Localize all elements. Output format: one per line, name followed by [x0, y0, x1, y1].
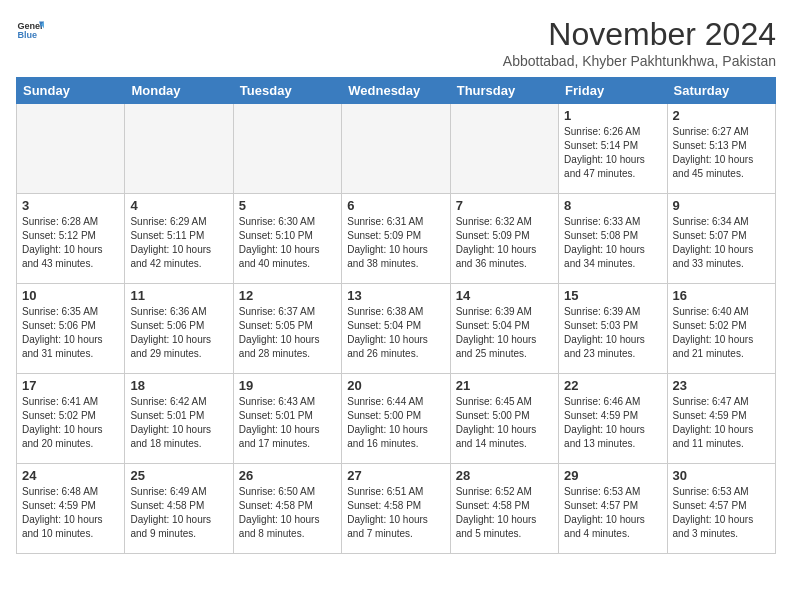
day-info: Sunrise: 6:44 AM Sunset: 5:00 PM Dayligh… — [347, 395, 444, 451]
day-info: Sunrise: 6:30 AM Sunset: 5:10 PM Dayligh… — [239, 215, 336, 271]
calendar-day-cell: 18Sunrise: 6:42 AM Sunset: 5:01 PM Dayli… — [125, 374, 233, 464]
month-title: November 2024 — [503, 16, 776, 53]
calendar-day-cell: 26Sunrise: 6:50 AM Sunset: 4:58 PM Dayli… — [233, 464, 341, 554]
day-info: Sunrise: 6:38 AM Sunset: 5:04 PM Dayligh… — [347, 305, 444, 361]
day-number: 24 — [22, 468, 119, 483]
title-block: November 2024 Abbottabad, Khyber Pakhtun… — [503, 16, 776, 69]
day-number: 5 — [239, 198, 336, 213]
day-info: Sunrise: 6:51 AM Sunset: 4:58 PM Dayligh… — [347, 485, 444, 541]
day-number: 6 — [347, 198, 444, 213]
calendar-day-header: Saturday — [667, 78, 775, 104]
calendar-day-cell: 19Sunrise: 6:43 AM Sunset: 5:01 PM Dayli… — [233, 374, 341, 464]
calendar-day-cell: 10Sunrise: 6:35 AM Sunset: 5:06 PM Dayli… — [17, 284, 125, 374]
calendar-day-cell: 3Sunrise: 6:28 AM Sunset: 5:12 PM Daylig… — [17, 194, 125, 284]
calendar-day-cell: 13Sunrise: 6:38 AM Sunset: 5:04 PM Dayli… — [342, 284, 450, 374]
day-number: 23 — [673, 378, 770, 393]
calendar-header-row: SundayMondayTuesdayWednesdayThursdayFrid… — [17, 78, 776, 104]
day-number: 13 — [347, 288, 444, 303]
calendar-day-cell: 17Sunrise: 6:41 AM Sunset: 5:02 PM Dayli… — [17, 374, 125, 464]
day-info: Sunrise: 6:40 AM Sunset: 5:02 PM Dayligh… — [673, 305, 770, 361]
calendar-week-row: 24Sunrise: 6:48 AM Sunset: 4:59 PM Dayli… — [17, 464, 776, 554]
day-info: Sunrise: 6:31 AM Sunset: 5:09 PM Dayligh… — [347, 215, 444, 271]
day-number: 25 — [130, 468, 227, 483]
day-number: 22 — [564, 378, 661, 393]
day-info: Sunrise: 6:29 AM Sunset: 5:11 PM Dayligh… — [130, 215, 227, 271]
day-info: Sunrise: 6:45 AM Sunset: 5:00 PM Dayligh… — [456, 395, 553, 451]
day-info: Sunrise: 6:28 AM Sunset: 5:12 PM Dayligh… — [22, 215, 119, 271]
calendar-day-header: Thursday — [450, 78, 558, 104]
day-info: Sunrise: 6:36 AM Sunset: 5:06 PM Dayligh… — [130, 305, 227, 361]
day-info: Sunrise: 6:49 AM Sunset: 4:58 PM Dayligh… — [130, 485, 227, 541]
page-header: General Blue November 2024 Abbottabad, K… — [16, 16, 776, 69]
calendar-day-header: Sunday — [17, 78, 125, 104]
day-number: 4 — [130, 198, 227, 213]
day-number: 18 — [130, 378, 227, 393]
calendar-day-cell — [450, 104, 558, 194]
calendar-day-header: Tuesday — [233, 78, 341, 104]
calendar-day-cell: 21Sunrise: 6:45 AM Sunset: 5:00 PM Dayli… — [450, 374, 558, 464]
day-number: 30 — [673, 468, 770, 483]
day-info: Sunrise: 6:32 AM Sunset: 5:09 PM Dayligh… — [456, 215, 553, 271]
calendar-week-row: 3Sunrise: 6:28 AM Sunset: 5:12 PM Daylig… — [17, 194, 776, 284]
day-info: Sunrise: 6:27 AM Sunset: 5:13 PM Dayligh… — [673, 125, 770, 181]
calendar-day-cell: 8Sunrise: 6:33 AM Sunset: 5:08 PM Daylig… — [559, 194, 667, 284]
calendar-day-cell: 27Sunrise: 6:51 AM Sunset: 4:58 PM Dayli… — [342, 464, 450, 554]
day-number: 2 — [673, 108, 770, 123]
svg-text:Blue: Blue — [17, 30, 37, 40]
calendar-day-cell: 29Sunrise: 6:53 AM Sunset: 4:57 PM Dayli… — [559, 464, 667, 554]
day-number: 8 — [564, 198, 661, 213]
calendar-week-row: 10Sunrise: 6:35 AM Sunset: 5:06 PM Dayli… — [17, 284, 776, 374]
calendar-day-cell: 7Sunrise: 6:32 AM Sunset: 5:09 PM Daylig… — [450, 194, 558, 284]
day-number: 21 — [456, 378, 553, 393]
calendar-day-header: Friday — [559, 78, 667, 104]
calendar-day-cell — [17, 104, 125, 194]
day-info: Sunrise: 6:41 AM Sunset: 5:02 PM Dayligh… — [22, 395, 119, 451]
calendar-day-cell: 6Sunrise: 6:31 AM Sunset: 5:09 PM Daylig… — [342, 194, 450, 284]
day-info: Sunrise: 6:42 AM Sunset: 5:01 PM Dayligh… — [130, 395, 227, 451]
day-number: 27 — [347, 468, 444, 483]
calendar-day-cell: 30Sunrise: 6:53 AM Sunset: 4:57 PM Dayli… — [667, 464, 775, 554]
day-number: 26 — [239, 468, 336, 483]
day-number: 15 — [564, 288, 661, 303]
calendar-day-cell: 28Sunrise: 6:52 AM Sunset: 4:58 PM Dayli… — [450, 464, 558, 554]
day-info: Sunrise: 6:37 AM Sunset: 5:05 PM Dayligh… — [239, 305, 336, 361]
day-number: 17 — [22, 378, 119, 393]
calendar-day-cell: 16Sunrise: 6:40 AM Sunset: 5:02 PM Dayli… — [667, 284, 775, 374]
calendar-table: SundayMondayTuesdayWednesdayThursdayFrid… — [16, 77, 776, 554]
day-info: Sunrise: 6:53 AM Sunset: 4:57 PM Dayligh… — [673, 485, 770, 541]
day-number: 1 — [564, 108, 661, 123]
calendar-day-cell: 9Sunrise: 6:34 AM Sunset: 5:07 PM Daylig… — [667, 194, 775, 284]
calendar-day-cell — [233, 104, 341, 194]
calendar-day-cell: 25Sunrise: 6:49 AM Sunset: 4:58 PM Dayli… — [125, 464, 233, 554]
day-info: Sunrise: 6:34 AM Sunset: 5:07 PM Dayligh… — [673, 215, 770, 271]
calendar-day-header: Wednesday — [342, 78, 450, 104]
day-number: 12 — [239, 288, 336, 303]
calendar-day-cell: 4Sunrise: 6:29 AM Sunset: 5:11 PM Daylig… — [125, 194, 233, 284]
day-info: Sunrise: 6:48 AM Sunset: 4:59 PM Dayligh… — [22, 485, 119, 541]
day-number: 10 — [22, 288, 119, 303]
day-info: Sunrise: 6:35 AM Sunset: 5:06 PM Dayligh… — [22, 305, 119, 361]
day-info: Sunrise: 6:53 AM Sunset: 4:57 PM Dayligh… — [564, 485, 661, 541]
calendar-week-row: 1Sunrise: 6:26 AM Sunset: 5:14 PM Daylig… — [17, 104, 776, 194]
calendar-day-cell: 5Sunrise: 6:30 AM Sunset: 5:10 PM Daylig… — [233, 194, 341, 284]
day-number: 9 — [673, 198, 770, 213]
day-number: 7 — [456, 198, 553, 213]
day-number: 19 — [239, 378, 336, 393]
day-number: 16 — [673, 288, 770, 303]
day-info: Sunrise: 6:39 AM Sunset: 5:03 PM Dayligh… — [564, 305, 661, 361]
day-info: Sunrise: 6:47 AM Sunset: 4:59 PM Dayligh… — [673, 395, 770, 451]
calendar-day-cell: 24Sunrise: 6:48 AM Sunset: 4:59 PM Dayli… — [17, 464, 125, 554]
calendar-day-header: Monday — [125, 78, 233, 104]
day-info: Sunrise: 6:43 AM Sunset: 5:01 PM Dayligh… — [239, 395, 336, 451]
day-info: Sunrise: 6:52 AM Sunset: 4:58 PM Dayligh… — [456, 485, 553, 541]
calendar-day-cell — [125, 104, 233, 194]
calendar-day-cell: 11Sunrise: 6:36 AM Sunset: 5:06 PM Dayli… — [125, 284, 233, 374]
calendar-day-cell: 20Sunrise: 6:44 AM Sunset: 5:00 PM Dayli… — [342, 374, 450, 464]
day-number: 14 — [456, 288, 553, 303]
logo: General Blue — [16, 16, 44, 44]
day-info: Sunrise: 6:50 AM Sunset: 4:58 PM Dayligh… — [239, 485, 336, 541]
calendar-week-row: 17Sunrise: 6:41 AM Sunset: 5:02 PM Dayli… — [17, 374, 776, 464]
calendar-day-cell: 14Sunrise: 6:39 AM Sunset: 5:04 PM Dayli… — [450, 284, 558, 374]
day-info: Sunrise: 6:46 AM Sunset: 4:59 PM Dayligh… — [564, 395, 661, 451]
day-number: 28 — [456, 468, 553, 483]
